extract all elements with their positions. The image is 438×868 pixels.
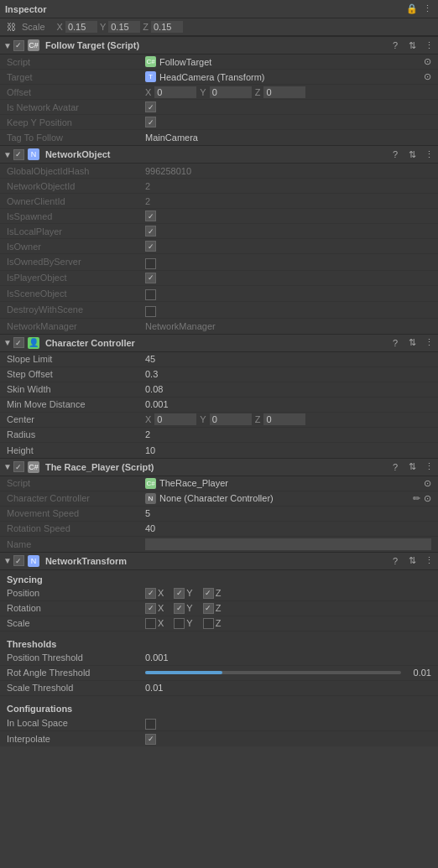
center-y-input[interactable] (210, 413, 252, 425)
race-player-checkbox[interactable] (13, 461, 24, 472)
pos-y-checkbox[interactable] (174, 588, 185, 599)
move-speed-row: Movement Speed 5 (0, 507, 438, 522)
center-z-input[interactable] (263, 413, 305, 425)
scale-x-checkbox[interactable] (145, 618, 156, 629)
char-controller-checkbox[interactable] (13, 337, 24, 348)
target-row: Target T HeadCamera (Transform) ⊙ (0, 70, 438, 85)
script-value: FollowTarget (159, 57, 211, 67)
offset-x-input[interactable] (154, 86, 196, 98)
interpolate-row: Interpolate (0, 731, 438, 746)
scale-x-input[interactable] (65, 21, 97, 33)
scale-xyz: X Y Z (57, 21, 183, 33)
circle-ref-icon[interactable]: ⊙ (424, 56, 431, 67)
network-object-checkbox[interactable] (13, 149, 24, 160)
manager-label: NetworkManager (7, 321, 145, 331)
keep-y-checkbox[interactable] (145, 117, 156, 127)
target-obj-icon: T (145, 71, 156, 82)
network-id-value: 2 (145, 181, 431, 191)
pos-x-checkbox[interactable] (145, 588, 156, 599)
scale-y-checkbox[interactable] (174, 618, 185, 629)
pos-threshold-label: Position Threshold (7, 652, 145, 663)
race-player-section-header[interactable]: ▼ C# The Race_Player (Script) ? ⇅ ⋮ (0, 458, 438, 476)
is-local-label: IsLocalPlayer (7, 226, 145, 236)
cc-settings-icon[interactable]: ⇅ (406, 337, 418, 348)
keep-y-check (145, 117, 431, 128)
net-settings-icon[interactable]: ⇅ (406, 149, 418, 160)
nt-settings-icon[interactable]: ⇅ (406, 555, 418, 566)
scale-z-checkbox[interactable] (203, 618, 214, 629)
is-player-checkbox (145, 273, 156, 283)
cc-help-icon[interactable]: ? (389, 338, 401, 348)
pos-z-checkbox[interactable] (203, 588, 214, 599)
script-obj-icon: C# (145, 56, 156, 67)
char-controller-section-header[interactable]: ▼ 👤 Character Controller ? ⇅ ⋮ (0, 334, 438, 352)
height-row: Height 10 (0, 443, 438, 458)
rp-settings-icon[interactable]: ⇅ (406, 461, 418, 472)
circle-target-icon[interactable]: ⊙ (424, 71, 431, 82)
scale-z-input[interactable] (151, 21, 183, 33)
rp-help-icon[interactable]: ? (389, 462, 401, 472)
radius-value: 2 (145, 429, 431, 439)
is-spawned-label: IsSpawned (7, 211, 145, 221)
nt-arrow-icon: ▼ (3, 556, 12, 565)
cc-more-icon[interactable]: ⋮ (423, 337, 435, 348)
offset-xyz: X Y Z (145, 86, 431, 98)
rp-cc-edit-icon[interactable]: ✏ (413, 493, 420, 504)
rp-script-label: Script (7, 478, 145, 488)
rp-script-row: Script C# TheRace_Player ⊙ (0, 476, 438, 491)
offset-z-input[interactable] (263, 86, 305, 98)
thresholds-label: Thresholds (7, 639, 56, 649)
rp-circle-ref-icon[interactable]: ⊙ (424, 478, 431, 489)
local-space-checkbox[interactable] (145, 719, 156, 730)
is-local-checkbox (145, 226, 156, 236)
net-more-icon[interactable]: ⋮ (423, 149, 435, 160)
rot-threshold-track[interactable] (145, 671, 401, 674)
radius-label: Radius (7, 429, 145, 439)
rp-cc-circle-icon[interactable]: ⊙ (424, 493, 431, 504)
race-player-body: Script C# TheRace_Player ⊙ Character Con… (0, 476, 438, 552)
syncing-header: Syncing (0, 570, 438, 586)
rp-name-input[interactable] (145, 538, 431, 550)
rot-x-checkbox[interactable] (145, 603, 156, 614)
slope-label: Slope Limit (7, 354, 145, 364)
network-object-section-header[interactable]: ▼ N NetworkObject ? ⇅ ⋮ (0, 145, 438, 164)
follow-target-section-header[interactable]: ▼ C# Follow Target (Script) ? ⇅ ⋮ (0, 36, 438, 55)
rot-y-checkbox[interactable] (174, 603, 185, 614)
net-help-icon[interactable]: ? (389, 149, 401, 159)
tag-value: MainCamera (145, 133, 431, 143)
manager-row: NetworkManager NetworkManager (0, 319, 438, 334)
help-icon[interactable]: ? (389, 40, 401, 50)
interpolate-checkbox[interactable] (145, 734, 156, 745)
rot-z-checkbox[interactable] (203, 603, 214, 614)
center-x-input[interactable] (154, 413, 196, 425)
script-label: Script (7, 57, 145, 67)
network-avatar-checkbox[interactable] (145, 101, 156, 112)
owner-id-value: 2 (145, 196, 431, 206)
min-move-value: 0.001 (145, 399, 431, 409)
nt-help-icon[interactable]: ? (389, 556, 401, 566)
more-icon[interactable]: ⋮ (423, 40, 435, 51)
min-move-row: Min Move Distance 0.001 (0, 398, 438, 413)
destroy-label: DestroyWithScene (7, 304, 145, 314)
follow-target-body: Script C# FollowTarget ⊙ Target T HeadCa… (0, 55, 438, 145)
global-id-row: GlobalObjectIdHash 996258010 (0, 164, 438, 179)
follow-target-checkbox[interactable] (13, 40, 24, 51)
nt-more-icon[interactable]: ⋮ (423, 555, 435, 566)
offset-y-input[interactable] (210, 86, 252, 98)
scale-y-input[interactable] (108, 21, 140, 33)
interpolate-label: Interpolate (7, 734, 145, 744)
slope-value: 45 (145, 354, 431, 364)
pos-threshold-value: 0.001 (145, 652, 431, 663)
rp-more-icon[interactable]: ⋮ (423, 461, 435, 472)
settings-icon[interactable]: ⇅ (406, 40, 418, 51)
center-row: Center X Y Z (0, 413, 438, 428)
lock-icon[interactable]: 🔒 (406, 3, 418, 14)
network-transform-section-header[interactable]: ▼ N NetworkTransform ? ⇅ ⋮ (0, 552, 438, 570)
tag-label: Tag To Follow (7, 133, 145, 143)
menu-icon[interactable]: ⋮ (421, 3, 433, 14)
network-transform-checkbox[interactable] (13, 555, 24, 566)
rp-cc-value: None (Character Controller) (159, 493, 274, 503)
rot-speed-label: Rotation Speed (7, 523, 145, 533)
follow-target-title: Follow Target (Script) (45, 40, 139, 50)
char-controller-section-icons: ? ⇅ ⋮ (389, 337, 435, 348)
